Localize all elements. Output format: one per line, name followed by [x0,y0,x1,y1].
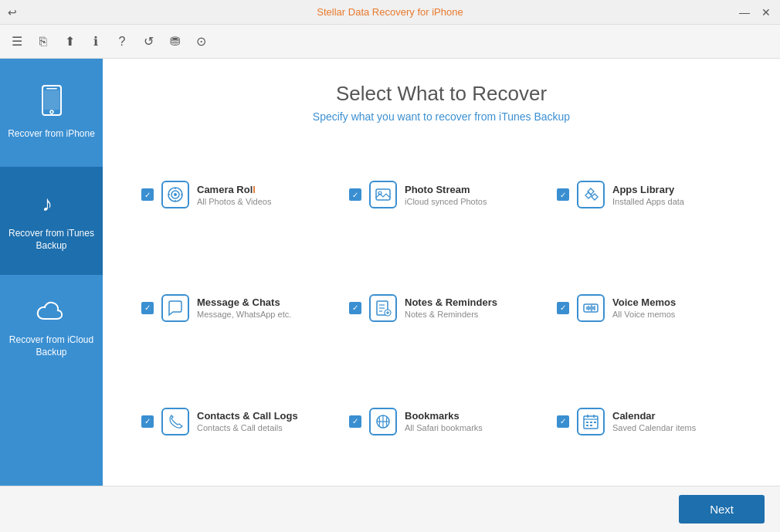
page-title: Select What to Recover [134,82,749,106]
notes-desc: Notes & Reminders [405,310,534,319]
calendar-text: Calendar Saved Calendar items [612,410,741,432]
window-controls: — ✕ [737,5,774,20]
svg-rect-1 [46,88,57,90]
recovery-item-messages[interactable]: Message & Chats Message, WhatsApp etc. [134,259,334,357]
messages-text: Message & Chats Message, WhatsApp etc. [197,296,326,319]
apps-library-desc: Installed Apps data [612,197,741,206]
contacts-desc: Contacts & Call details [197,423,326,432]
voice-checkbox[interactable] [557,302,569,314]
contacts-name: Contacts & Call Logs [197,410,326,422]
user-button[interactable]: ⊙ [190,31,212,53]
bookmarks-desc: All Safari bookmarks [405,423,534,432]
calendar-icon [577,408,605,435]
photo-stream-text: Photo Stream iCloud synced Photos [405,184,534,206]
camera-roll-icon [161,181,189,208]
notes-name: Notes & Reminders [405,296,534,308]
footer: Next [0,486,780,532]
recovery-item-apps-library[interactable]: Apps Library Installed Apps data [549,146,749,244]
contacts-icon [161,408,189,435]
svg-rect-12 [376,189,390,200]
apps-library-icon [577,181,605,208]
voice-icon [577,294,605,322]
calendar-name: Calendar [612,410,741,422]
photo-stream-checkbox[interactable] [349,188,361,201]
close-button[interactable]: ✕ [758,5,774,20]
svg-rect-40 [590,425,592,426]
recovery-item-photo-stream[interactable]: Photo Stream iCloud synced Photos [341,146,541,244]
title-icon: ↩ [8,6,17,19]
cloud-icon [36,300,67,328]
camera-roll-desc: All Photos & Videos [197,197,326,206]
recovery-item-voice[interactable]: Voice Memos All Voice memos [549,259,749,357]
apps-library-checkbox[interactable] [557,188,569,201]
voice-name: Voice Memos [612,296,741,308]
apps-library-name: Apps Library [612,184,741,195]
page-subtitle: Specify what you want to recover from iT… [134,110,749,123]
apps-library-text: Apps Library Installed Apps data [612,184,741,206]
save-button[interactable]: ⎘ [32,31,54,53]
bookmarks-name: Bookmarks [405,410,534,422]
svg-rect-38 [594,422,596,423]
refresh-button[interactable]: ↺ [137,31,159,53]
menu-button[interactable]: ☰ [6,31,28,53]
sidebar-item-icloud[interactable]: Recover from iCloud Backup [0,275,103,383]
contacts-checkbox[interactable] [141,415,154,428]
photo-stream-desc: iCloud synced Photos [405,197,534,206]
calendar-checkbox[interactable] [557,415,569,428]
camera-roll-text: Camera Roll All Photos & Videos [197,184,326,206]
minimize-button[interactable]: — [737,5,752,20]
sidebar-item-iphone[interactable]: Recover from iPhone [0,59,103,167]
calendar-desc: Saved Calendar items [612,423,741,432]
contacts-text: Contacts & Call Logs Contacts & Call det… [197,410,326,432]
title-bar: ↩ Stellar Data Recovery for iPhone — ✕ [0,0,780,25]
sidebar-icloud-label: Recover from iCloud Backup [6,334,97,358]
camera-roll-name: Camera Roll [197,184,326,195]
notes-text: Notes & Reminders Notes & Reminders [405,296,534,319]
phone-icon [39,85,64,122]
main-layout: Recover from iPhone ♪ Recover from iTune… [0,59,780,486]
sidebar-iphone-label: Recover from iPhone [8,128,95,141]
notes-icon [369,294,397,322]
help-button[interactable]: ? [111,31,133,53]
voice-desc: All Voice memos [612,310,741,319]
recovery-item-bookmarks[interactable]: Bookmarks All Safari bookmarks [341,372,541,470]
next-button[interactable]: Next [679,495,765,524]
photo-stream-name: Photo Stream [405,184,534,195]
svg-rect-3 [44,90,59,110]
info-button[interactable]: ℹ [85,31,107,53]
messages-desc: Message, WhatsApp etc. [197,310,326,319]
recovery-item-calendar[interactable]: Calendar Saved Calendar items [549,372,749,470]
messages-checkbox[interactable] [141,302,154,314]
bookmarks-text: Bookmarks All Safari bookmarks [405,410,534,432]
recovery-item-notes[interactable]: Notes & Reminders Notes & Reminders [341,259,541,357]
bookmarks-icon [369,408,397,435]
photo-stream-icon [369,181,397,208]
svg-rect-21 [584,304,598,312]
recovery-grid: Camera Roll All Photos & Videos Photo St… [134,146,749,470]
messages-icon [161,294,189,322]
svg-text:♪: ♪ [42,191,53,215]
content-header: Select What to Recover Specify what you … [134,82,749,123]
content-area: Select What to Recover Specify what you … [103,59,780,486]
recovery-item-camera-roll[interactable]: Camera Roll All Photos & Videos [134,146,334,244]
voice-text: Voice Memos All Voice memos [612,296,741,319]
camera-roll-checkbox[interactable] [141,188,154,201]
sidebar: Recover from iPhone ♪ Recover from iTune… [0,59,103,486]
svg-point-2 [50,110,53,114]
bookmarks-checkbox[interactable] [349,415,361,428]
svg-rect-36 [586,422,588,423]
sidebar-item-itunes[interactable]: ♪ Recover from iTunes Backup [0,167,103,275]
svg-point-7 [174,193,177,196]
svg-rect-39 [586,425,588,426]
messages-name: Message & Chats [197,296,326,308]
toolbar: ☰ ⎘ ⬆ ℹ ? ↺ ⛃ ⊙ [0,25,780,59]
svg-rect-37 [590,422,592,423]
music-icon: ♪ [39,189,65,222]
cart-button[interactable]: ⛃ [164,31,185,53]
export-button[interactable]: ⬆ [59,31,80,53]
notes-checkbox[interactable] [349,302,361,314]
recovery-item-contacts[interactable]: Contacts & Call Logs Contacts & Call det… [134,372,334,470]
window-title: Stellar Data Recovery for iPhone [317,6,463,18]
sidebar-itunes-label: Recover from iTunes Backup [6,228,97,252]
